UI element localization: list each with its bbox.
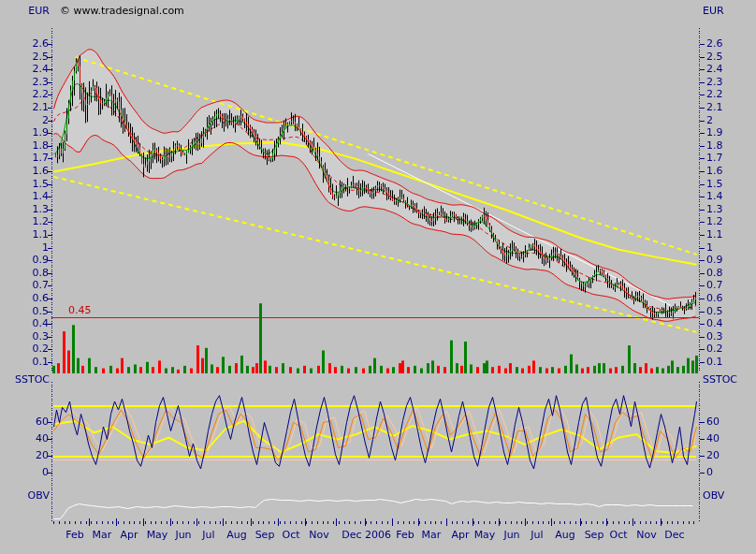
- month-label: May: [474, 529, 496, 541]
- price-tick-label: 1.8: [706, 140, 723, 152]
- sstoc-panel-label-right: SSTOC: [703, 374, 737, 386]
- price-tick-label: 0.4: [0, 318, 49, 329]
- copyright-label: © www.tradesignal.com: [60, 6, 184, 17]
- price-tick-label: 1.1: [0, 229, 49, 241]
- price-tick-label: 2.3: [0, 77, 49, 88]
- price-tick-label: 0.6: [706, 293, 723, 304]
- price-tick-label: 1: [0, 242, 49, 254]
- price-tick-label: 2.6: [706, 38, 723, 50]
- price-tick-label: 0.7: [706, 280, 723, 291]
- price-tick-label: 0.9: [0, 255, 49, 266]
- price-tick-label: 1.1: [706, 229, 723, 241]
- price-tick-label: 2.1: [706, 102, 723, 113]
- price-tick-label: 1.2: [0, 216, 49, 227]
- month-label: Oct: [609, 529, 627, 541]
- price-tick-label: 1.5: [706, 179, 723, 190]
- sstoc-tick-label: 0: [706, 467, 713, 478]
- price-tick-label: 2: [0, 115, 49, 126]
- chart-window: EUR © www.tradesignal.com EUR SSTOC SSTO…: [0, 0, 756, 554]
- price-tick-label: 0.3: [0, 331, 49, 343]
- month-label: Aug: [555, 529, 574, 541]
- sstoc-panel-label-left: SSTOC: [0, 374, 50, 386]
- price-tick-label: 1.7: [706, 153, 723, 164]
- month-label: Apr: [451, 529, 469, 541]
- month-label: Nov: [636, 529, 656, 541]
- price-tick-label: 1.4: [706, 191, 723, 202]
- price-tick-label: 2: [706, 115, 713, 126]
- price-tick-label: 2.5: [0, 51, 49, 63]
- sstoc-tick-label: 20: [706, 450, 720, 461]
- sstoc-tick-label: 40: [706, 433, 720, 445]
- month-label: May: [147, 529, 168, 541]
- price-tick-label: 1.6: [706, 166, 723, 177]
- price-tick-label: 2.2: [0, 89, 49, 100]
- month-label: Dec: [664, 529, 684, 541]
- price-tick-label: 1.7: [0, 153, 49, 164]
- unit-label-left: EUR: [0, 6, 50, 17]
- price-tick-label: 1.5: [0, 179, 49, 190]
- month-label: Jun: [503, 529, 519, 541]
- price-tick-label: 1.2: [706, 216, 723, 227]
- price-tick-label: 1.3: [706, 204, 723, 215]
- price-tick-label: 1.3: [0, 204, 49, 215]
- price-tick-label: 0.5: [0, 306, 49, 317]
- month-label: Sep: [585, 529, 604, 541]
- price-tick-label: 2.1: [0, 102, 49, 113]
- unit-label-right: EUR: [703, 6, 724, 17]
- month-label: Jul: [531, 529, 543, 541]
- price-tick-label: 0.5: [706, 306, 723, 317]
- price-tick-label: 2.3: [706, 77, 723, 88]
- month-label: Mar: [422, 529, 442, 541]
- month-label: Jul: [202, 529, 214, 541]
- month-label: Nov: [309, 529, 328, 541]
- month-label: 2006: [365, 529, 391, 541]
- month-label: Dec: [342, 529, 361, 541]
- obv-panel-label-right: OBV: [703, 490, 724, 502]
- price-tick-label: 0.4: [706, 318, 723, 329]
- price-tick-label: 1: [706, 242, 713, 254]
- month-label: Mar: [93, 529, 112, 541]
- obv-panel-label-left: OBV: [0, 490, 50, 502]
- month-label: Sep: [255, 529, 275, 541]
- price-tick-label: 0.7: [0, 280, 49, 291]
- month-label: Jun: [175, 529, 191, 541]
- price-tick-label: 2.5: [706, 51, 723, 63]
- sstoc-tick-label: 20: [0, 450, 49, 461]
- chart-canvas[interactable]: [0, 0, 756, 554]
- price-tick-label: 1.9: [0, 127, 49, 138]
- price-tick-label: 0.3: [706, 331, 723, 343]
- price-tick-label: 0.2: [0, 343, 49, 355]
- price-tick-label: 2.2: [706, 89, 723, 100]
- price-tick-label: 0.6: [0, 293, 49, 304]
- sstoc-tick-label: 40: [0, 433, 49, 445]
- sstoc-tick-label: 0: [0, 467, 49, 478]
- sstoc-tick-label: 60: [706, 416, 720, 428]
- month-label: Apr: [120, 529, 138, 541]
- month-label: Feb: [396, 529, 414, 541]
- price-tick-label: 2.4: [706, 64, 723, 75]
- price-tick-label: 0.2: [706, 343, 723, 355]
- month-label: Aug: [226, 529, 246, 541]
- price-tick-label: 1.9: [706, 127, 723, 138]
- price-tick-label: 0.9: [706, 255, 723, 266]
- support-line-label: 0.45: [68, 305, 92, 316]
- price-tick-label: 1.4: [0, 191, 49, 202]
- month-label: Feb: [65, 529, 83, 541]
- price-tick-label: 0.8: [706, 268, 723, 279]
- price-tick-label: 0.1: [0, 357, 49, 368]
- sstoc-tick-label: 60: [0, 416, 49, 428]
- price-tick-label: 0.1: [706, 357, 723, 368]
- month-label: Oct: [282, 529, 299, 541]
- price-tick-label: 2.6: [0, 38, 49, 50]
- price-tick-label: 2.4: [0, 64, 49, 75]
- price-tick-label: 1.8: [0, 140, 49, 152]
- price-tick-label: 1.6: [0, 166, 49, 177]
- price-tick-label: 0.8: [0, 268, 49, 279]
